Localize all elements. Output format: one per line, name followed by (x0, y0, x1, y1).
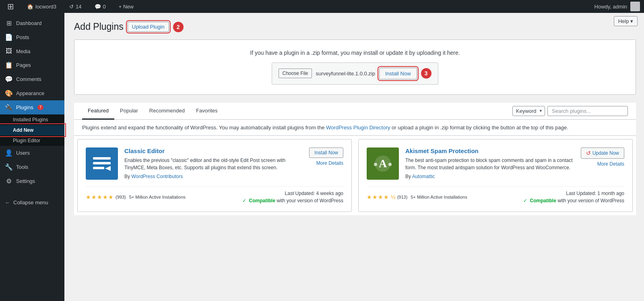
svg-point-7 (388, 163, 392, 166)
revisions-icon: ↺ (69, 4, 74, 10)
sidebar-item-posts[interactable]: 📄 Posts (0, 30, 64, 44)
author-label: By (124, 174, 130, 179)
plugin-card-top: Classic Editor Enables the previous "cla… (86, 147, 343, 180)
plugin-card-bottom-akismet: ★★★★½ (913) 5+ Million Active Installati… (367, 186, 624, 203)
file-name-display: surveyfunnel-lite.1.0.0.zip (316, 71, 375, 77)
upload-plugin-button[interactable]: Upload Plugin (128, 22, 169, 32)
sidebar-item-comments[interactable]: 💬 Comments (0, 72, 64, 86)
tab-recommended[interactable]: Recommended (144, 103, 190, 120)
choose-file-button[interactable]: Choose File (279, 69, 312, 78)
sidebar-item-installed-plugins[interactable]: Installed Plugins (0, 114, 64, 125)
plugin-directory-link[interactable]: WordPress Plugin Directory (326, 125, 390, 131)
sidebar-item-settings[interactable]: ⚙ Settings (0, 174, 64, 188)
appearance-icon: 🎨 (5, 89, 13, 97)
sidebar-item-label: Settings (16, 178, 35, 184)
wp-logo-icon: ⊞ (7, 2, 14, 11)
sidebar-item-add-new[interactable]: Add New 1 (0, 125, 64, 135)
akismet-author-link[interactable]: Automattic (412, 174, 435, 179)
classic-editor-author-link[interactable]: WordPress Contributors (131, 174, 183, 179)
last-updated-akismet: Last Updated: 1 month ago (523, 191, 624, 196)
plugin-info-akismet: Akismet Spam Protection The best anti-sp… (405, 147, 574, 180)
plugin-meta-classic: Last Updated: 4 weeks ago ✓ Compatible w… (242, 191, 343, 203)
sidebar-item-media[interactable]: 🖼 Media (0, 44, 64, 58)
sidebar-item-tools[interactable]: 🔧 Tools (0, 160, 64, 174)
akismet-icon: A (367, 147, 399, 180)
collapse-label: Collapse menu (13, 199, 48, 206)
last-updated-classic: Last Updated: 4 weeks ago (242, 191, 343, 196)
revisions-count: 14 (76, 4, 81, 10)
plugin-card-top-akismet: A Akismet Spam Protection The best anti-… (367, 147, 624, 180)
sidebar-item-appearance[interactable]: 🎨 Appearance (0, 86, 64, 100)
page-content: Add Plugins Upload Plugin 2 If you have … (64, 13, 644, 223)
compat-classic: ✓ Compatible with your version of WordPr… (242, 198, 343, 203)
stars-akismet: ★★★★ (367, 194, 389, 200)
tools-icon: 🔧 (5, 163, 13, 171)
half-star-akismet: ½ (391, 194, 396, 200)
installed-plugins-label: Installed Plugins (13, 117, 48, 122)
avatar (630, 2, 640, 11)
classic-editor-icon (86, 147, 118, 180)
sidebar-item-label: Dashboard (16, 20, 42, 26)
wp-logo-bar-item[interactable]: ⊞ (4, 0, 17, 13)
install-now-button-main[interactable]: Install Now (379, 68, 417, 79)
posts-icon: 📄 (5, 33, 13, 41)
stars-classic: ★★★★★ (86, 194, 114, 200)
site-name-bar-item[interactable]: 🏠 locword3 (24, 0, 60, 13)
annotation-badge-2: 2 (173, 22, 184, 32)
install-count-akismet: 5+ Million Active Installations (411, 195, 467, 199)
compat-check-icon-akismet: ✓ (523, 198, 527, 203)
sidebar-collapse-menu[interactable]: ← Collapse menu (0, 196, 64, 209)
svg-rect-0 (93, 157, 111, 160)
sidebar-item-label: Pages (16, 62, 31, 68)
plugin-list-info-text-before: Plugins extend and expand the functional… (82, 125, 326, 131)
help-button[interactable]: Help ▾ (614, 16, 638, 26)
sidebar-item-label: Media (16, 48, 30, 54)
comments-menu-icon: 💬 (5, 75, 13, 83)
sidebar-item-users[interactable]: 👤 Users (0, 146, 64, 160)
author-label-akismet: By (405, 174, 411, 179)
sidebar-item-plugins[interactable]: 🔌 Plugins 7 (0, 100, 64, 114)
svg-marker-3 (105, 166, 111, 171)
sidebar-item-pages[interactable]: 📋 Pages (0, 58, 64, 72)
tab-featured[interactable]: Featured (82, 103, 114, 120)
settings-icon: ⚙ (5, 177, 13, 185)
tab-popular[interactable]: Popular (114, 103, 144, 120)
page-title-area: Add Plugins Upload Plugin 2 (74, 21, 636, 33)
revisions-bar-item[interactable]: ↺ 14 (66, 0, 85, 13)
sidebar-item-label: Tools (16, 164, 28, 170)
svg-rect-1 (93, 162, 111, 164)
upload-section: If you have a plugin in a .zip format, y… (74, 39, 636, 95)
plugin-card-akismet: A Akismet Spam Protection The best anti-… (358, 139, 633, 212)
plugins-icon: 🔌 (5, 104, 13, 111)
sidebar-item-label: Users (16, 150, 30, 156)
rating-count-akismet: (913) (397, 195, 408, 199)
comments-bar-item[interactable]: 💬 0 (91, 0, 109, 13)
add-new-label: Add New (13, 127, 33, 133)
install-now-button-classic[interactable]: Install Now (309, 147, 343, 158)
plugins-submenu: Installed Plugins Add New 1 Plugin Edito… (0, 114, 64, 146)
plugin-card-classic-editor: Classic Editor Enables the previous "cla… (77, 139, 352, 212)
svg-text:A: A (379, 157, 387, 170)
tab-favorites[interactable]: Favorites (190, 103, 223, 120)
update-now-button-akismet[interactable]: ↺ Update Now (581, 147, 624, 159)
search-filter-select[interactable]: Keyword Author Tag (512, 106, 545, 116)
tab-list: Featured Popular Recommended Favorites (82, 103, 223, 119)
sidebar-item-label: Posts (16, 34, 29, 40)
search-plugins-input[interactable] (547, 106, 628, 116)
collapse-icon: ← (5, 199, 10, 206)
sidebar-item-dashboard[interactable]: ⊞ Dashboard (0, 16, 64, 30)
dashboard-icon: ⊞ (5, 19, 13, 27)
compat-strong-classic: Compatible (249, 198, 275, 203)
more-details-classic[interactable]: More Details (316, 160, 343, 166)
plugin-list-info-text-after: or upload a plugin in .zip format by cli… (390, 125, 568, 131)
upload-description: If you have a plugin in a .zip format, y… (83, 50, 627, 56)
sidebar-item-plugin-editor[interactable]: Plugin Editor (0, 135, 64, 146)
new-content-label: + New (119, 4, 134, 10)
more-details-akismet[interactable]: More Details (597, 161, 624, 167)
plugin-tabs-bar: Featured Popular Recommended Favorites K… (74, 103, 636, 120)
plugin-list-info: Plugins extend and expand the functional… (74, 120, 636, 136)
svg-rect-2 (93, 167, 104, 169)
upload-form: Choose File surveyfunnel-lite.1.0.0.zip … (272, 62, 438, 85)
site-icon: 🏠 (27, 4, 33, 10)
new-content-bar-item[interactable]: + New (116, 0, 137, 13)
